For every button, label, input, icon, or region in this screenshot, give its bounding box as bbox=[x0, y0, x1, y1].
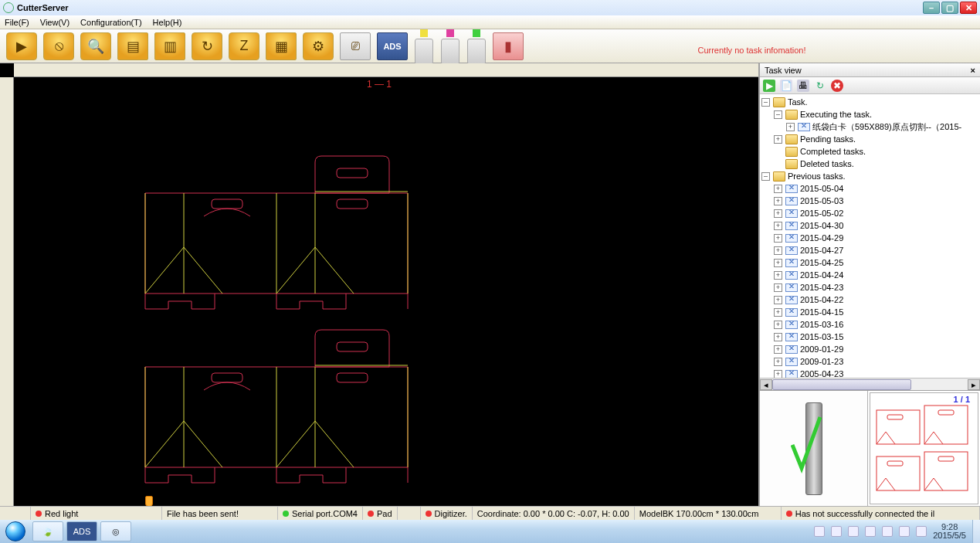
tree-date-item[interactable]: +2015-04-23 bbox=[761, 281, 978, 294]
tree-date-item[interactable]: +2015-05-03 bbox=[761, 195, 978, 207]
ads-button[interactable]: ADS bbox=[377, 32, 408, 60]
menu-configuration[interactable]: Configuration(T) bbox=[80, 18, 141, 27]
tree-toggle[interactable]: + bbox=[774, 333, 782, 341]
emergency-button[interactable]: ▮ bbox=[493, 32, 524, 60]
tree-toggle[interactable]: + bbox=[774, 271, 782, 280]
start-button[interactable] bbox=[0, 520, 31, 543]
scroll-right-button[interactable]: ▸ bbox=[968, 379, 980, 390]
tool-button[interactable]: ⚙ bbox=[303, 32, 334, 60]
zoom-button[interactable]: 🔍 bbox=[80, 32, 111, 60]
scroll-track[interactable] bbox=[772, 379, 968, 390]
task-print-button[interactable]: 🖶 bbox=[797, 80, 809, 92]
tree-date-item[interactable]: +2009-01-29 bbox=[761, 343, 978, 355]
align-button[interactable]: ▤ bbox=[117, 32, 148, 60]
tree-date-item[interactable]: +2015-04-27 bbox=[761, 244, 978, 256]
stop-button[interactable]: ⦸ bbox=[43, 32, 74, 60]
tree-toggle[interactable]: + bbox=[786, 123, 795, 131]
layout-button[interactable]: ▦ bbox=[266, 32, 297, 60]
tree-toggle[interactable]: + bbox=[774, 222, 782, 230]
minimize-button[interactable]: – bbox=[923, 2, 940, 14]
tree-date-item[interactable]: +2015-05-02 bbox=[761, 207, 978, 219]
tray-icon[interactable] bbox=[899, 526, 910, 537]
tree-toggle[interactable]: – bbox=[761, 172, 770, 181]
taskbar-app-ads[interactable]: ADS bbox=[66, 521, 97, 541]
tree-date-item[interactable]: +2015-05-04 bbox=[761, 182, 978, 195]
tray-icon[interactable] bbox=[882, 526, 893, 537]
tree-toggle[interactable]: + bbox=[774, 283, 782, 292]
menu-view[interactable]: View(V) bbox=[40, 18, 70, 27]
origin-button[interactable]: Z bbox=[229, 32, 259, 60]
tree-date-item[interactable]: +2015-04-30 bbox=[761, 219, 978, 232]
scroll-left-button[interactable]: ◂ bbox=[760, 379, 772, 390]
tree-toggle[interactable]: + bbox=[774, 259, 782, 267]
play-button[interactable]: ▶ bbox=[6, 32, 37, 60]
tree-exec-item[interactable]: +纸袋白卡（595X889)原点切割--（2015- bbox=[761, 120, 978, 133]
tree-label: 2009-01-29 bbox=[800, 344, 843, 354]
show-desktop-button[interactable] bbox=[972, 520, 980, 543]
menu-help[interactable]: Help(H) bbox=[153, 18, 182, 27]
tree-toggle[interactable]: + bbox=[774, 308, 782, 317]
tree-date-item[interactable]: +2015-04-25 bbox=[761, 256, 978, 269]
close-button[interactable]: ✕ bbox=[960, 2, 977, 14]
tree-date-item[interactable]: +2005-04-23 bbox=[761, 368, 978, 378]
tree-toggle[interactable]: + bbox=[774, 296, 782, 304]
door-button[interactable]: ⎚ bbox=[340, 32, 371, 60]
taskbar-app-1[interactable]: 🍃 bbox=[32, 521, 63, 541]
taskbar-app-cutterserver[interactable]: ◎ bbox=[100, 521, 131, 541]
task-tree[interactable]: –Task.–Executing the task.+纸袋白卡（595X889)… bbox=[760, 94, 980, 378]
tree-pending[interactable]: +Pending tasks. bbox=[761, 133, 978, 145]
tree-date-item[interactable]: +2015-04-15 bbox=[761, 306, 978, 318]
tree-toggle[interactable]: + bbox=[774, 234, 782, 243]
tree-toggle[interactable]: + bbox=[774, 197, 782, 205]
swatch-magenta[interactable] bbox=[446, 29, 454, 37]
task-refresh-button[interactable]: ↻ bbox=[814, 80, 826, 92]
task-panel-close[interactable]: × bbox=[971, 66, 975, 75]
tree-toggle[interactable]: + bbox=[774, 370, 782, 378]
tree-previous[interactable]: –Previous tasks. bbox=[761, 170, 978, 182]
tree-executing[interactable]: –Executing the task. bbox=[761, 108, 978, 120]
layout-preview[interactable]: 1 / 1 bbox=[870, 392, 978, 504]
tree-toggle[interactable]: + bbox=[774, 185, 782, 193]
ruler-top bbox=[14, 63, 758, 77]
tree-date-item[interactable]: +2009-01-23 bbox=[761, 355, 978, 368]
tree-date-item[interactable]: +2015-04-29 bbox=[761, 232, 978, 244]
tree-toggle[interactable]: – bbox=[761, 98, 770, 107]
tree-toggle[interactable]: + bbox=[774, 358, 782, 366]
tray-icon[interactable] bbox=[865, 526, 876, 537]
tree-date-item[interactable]: +2015-03-15 bbox=[761, 331, 978, 343]
origin-marker-icon[interactable] bbox=[145, 496, 153, 506]
tree-toggle[interactable]: + bbox=[774, 321, 782, 329]
tree-label: 2015-04-24 bbox=[800, 270, 843, 280]
mail-icon bbox=[785, 185, 798, 193]
tree-scrollbar[interactable]: ◂ ▸ bbox=[760, 378, 980, 390]
tray-icon[interactable] bbox=[848, 526, 859, 537]
maximize-button[interactable]: ▢ bbox=[941, 2, 958, 14]
task-open-button[interactable]: 📄 bbox=[780, 80, 792, 92]
tree-toggle[interactable]: + bbox=[774, 135, 782, 144]
task-stop-button[interactable]: ✖ bbox=[831, 80, 843, 92]
tree-date-item[interactable]: +2015-04-22 bbox=[761, 294, 978, 306]
tree-deleted[interactable]: Deleted tasks. bbox=[761, 158, 978, 170]
swatch-green[interactable] bbox=[473, 29, 480, 37]
tree-toggle[interactable]: + bbox=[774, 209, 782, 218]
canvas[interactable]: 1 — 1 bbox=[14, 77, 744, 506]
tree-toggle[interactable]: + bbox=[774, 345, 782, 354]
tree-toggle[interactable]: – bbox=[774, 110, 782, 119]
tray-icon[interactable] bbox=[916, 526, 927, 537]
menu-file[interactable]: File(F) bbox=[5, 18, 29, 27]
grid-button[interactable]: ▥ bbox=[154, 32, 185, 60]
tray-clock[interactable]: 9:28 2015/5/5 bbox=[933, 523, 966, 540]
swatch-yellow[interactable] bbox=[420, 29, 428, 37]
task-run-button[interactable]: ▶ bbox=[763, 80, 775, 92]
rotate-button[interactable]: ↻ bbox=[192, 32, 222, 60]
tree-completed[interactable]: Completed tasks. bbox=[761, 145, 978, 158]
tray-icon[interactable] bbox=[814, 526, 825, 537]
tree-task-root[interactable]: –Task. bbox=[761, 96, 978, 108]
led-red-icon bbox=[368, 511, 374, 517]
tree-toggle[interactable]: + bbox=[774, 246, 782, 255]
tree-date-item[interactable]: +2015-03-16 bbox=[761, 318, 978, 331]
tree-date-item[interactable]: +2015-04-24 bbox=[761, 269, 978, 281]
tray-icon[interactable] bbox=[831, 526, 842, 537]
scroll-thumb[interactable] bbox=[772, 379, 911, 390]
mail-icon bbox=[785, 259, 798, 267]
